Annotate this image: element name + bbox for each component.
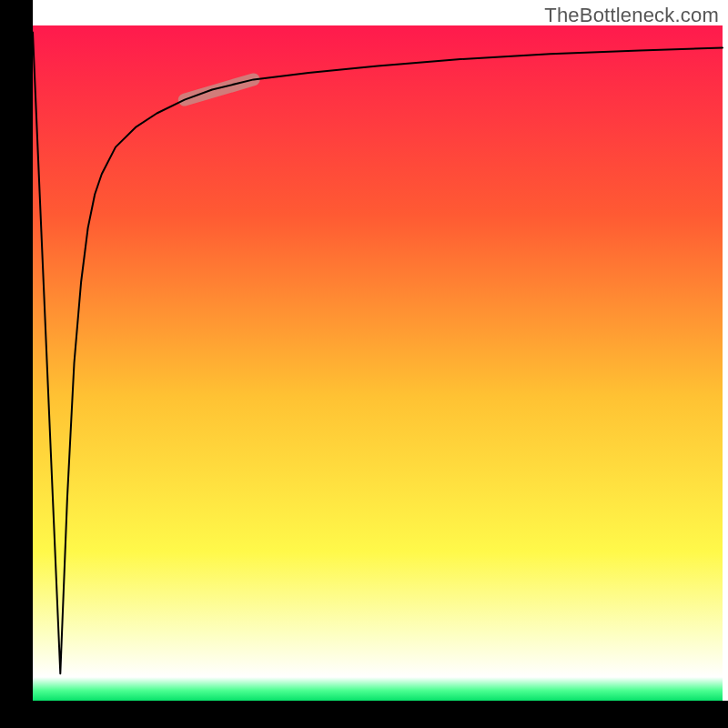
frame-bottom xyxy=(0,701,728,728)
chart-svg xyxy=(0,0,728,728)
frame-left xyxy=(0,0,33,728)
attribution-text: TheBottleneck.com xyxy=(544,4,719,27)
chart-stage: TheBottleneck.com xyxy=(0,0,728,728)
